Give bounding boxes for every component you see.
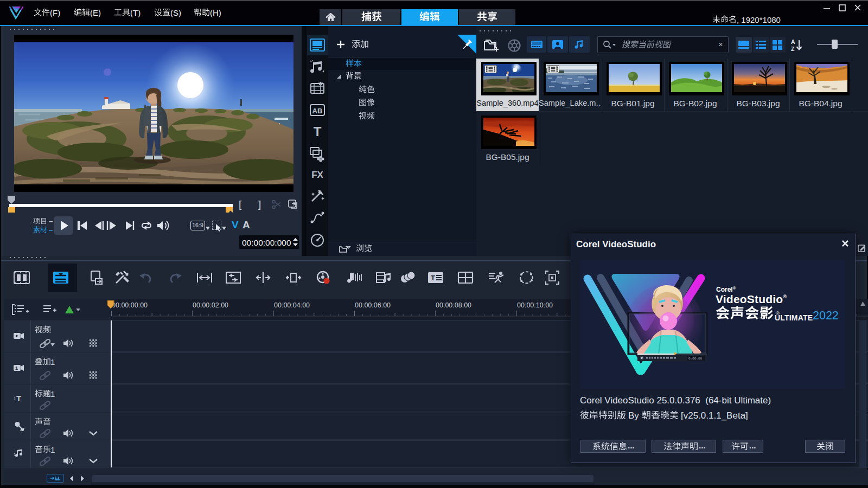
svg-text:Z: Z (791, 46, 795, 52)
svg-text:A: A (791, 38, 795, 45)
svg-text:T: T (16, 394, 21, 403)
svg-text:1: 1 (15, 365, 18, 371)
svg-text:FX: FX (311, 170, 323, 180)
svg-text:T: T (314, 124, 322, 139)
svg-text:T: T (431, 274, 435, 282)
svg-text:0:00:00: 0:00:00 (688, 357, 703, 361)
svg-text:AB: AB (312, 107, 323, 115)
